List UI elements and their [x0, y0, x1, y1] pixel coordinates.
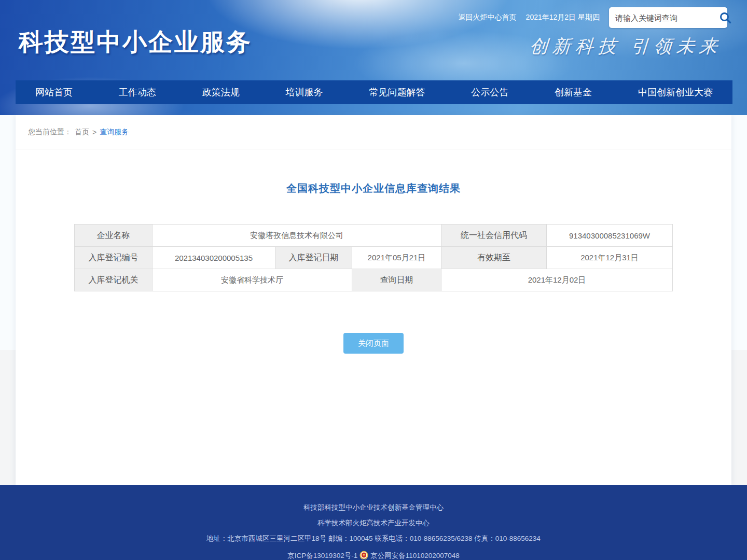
footer-registration-links: 京ICP备13019302号-1 京公网安备11010202007048: [287, 551, 460, 560]
close-button-container: 关闭页面: [16, 333, 731, 354]
torch-center-home-link[interactable]: 返回火炬中心首页: [459, 13, 517, 22]
company-name-value: 安徽塔孜信息技术有限公司: [152, 225, 441, 247]
main-nav: 网站首页 工作动态 政策法规 培训服务 常见问题解答 公示公告 创新基金 中国创…: [16, 80, 732, 104]
registration-authority-label: 入库登记机关: [74, 269, 152, 291]
search-icon[interactable]: [718, 11, 732, 24]
nav-item-policies[interactable]: 政策法规: [202, 86, 240, 99]
search-input[interactable]: [615, 13, 718, 22]
company-name-label: 企业名称: [74, 225, 152, 247]
footer-fund-center: 科技部科技型中小企业技术创新基金管理中心: [303, 504, 444, 511]
table-row-company: 企业名称 安徽塔孜信息技术有限公司 统一社会信用代码 9134030008523…: [74, 225, 672, 247]
query-date-value: 2021年12月02日: [441, 269, 673, 291]
valid-until-label: 有效期至: [441, 247, 547, 269]
footer: 科技部科技型中小企业技术创新基金管理中心 科学技术部火炬高技术产业开发中心 地址…: [0, 485, 747, 560]
registration-authority-value: 安徽省科学技术厅: [152, 269, 352, 291]
table-row-registration: 入库登记编号 202134030200005135 入库登记日期 2021年05…: [74, 247, 672, 269]
breadcrumb-current-link[interactable]: 查询服务: [100, 128, 129, 137]
topbar: 返回火炬中心首页 2021年12月2日 星期四: [459, 7, 727, 28]
nav-item-home[interactable]: 网站首页: [35, 86, 73, 99]
credit-code-label: 统一社会信用代码: [441, 225, 547, 247]
content-panel: 您当前位置： 首页 > 查询服务 全国科技型中小企业信息库查询结果 企业名称 安…: [16, 115, 731, 485]
registration-number-value: 202134030200005135: [152, 247, 275, 269]
nav-item-work-news[interactable]: 工作动态: [119, 86, 156, 99]
breadcrumb-home-link[interactable]: 首页: [75, 128, 89, 137]
site-logo: 科技型中小企业服务: [19, 26, 252, 59]
query-date-label: 查询日期: [352, 269, 441, 291]
credit-code-value: 91340300085231069W: [547, 225, 673, 247]
nav-item-innovation-contest[interactable]: 中国创新创业大赛: [638, 86, 713, 99]
breadcrumb-prefix: 您当前位置：: [28, 128, 72, 137]
table-row-authority: 入库登记机关 安徽省科学技术厅 查询日期 2021年12月02日: [74, 269, 672, 291]
page-title: 全国科技型中小企业信息库查询结果: [16, 181, 731, 195]
breadcrumb-separator: >: [92, 128, 96, 136]
police-badge-icon: [359, 551, 368, 560]
footer-address: 地址：北京市西城区三里河二区甲18号 邮编：100045 联系电话：010-88…: [206, 535, 541, 542]
current-date-text: 2021年12月2日 星期四: [526, 13, 600, 22]
nav-item-training[interactable]: 培训服务: [286, 86, 323, 99]
footer-torch-center: 科学技术部火炬高技术产业开发中心: [317, 520, 430, 527]
close-page-button[interactable]: 关闭页面: [343, 333, 404, 354]
icp-license-link[interactable]: 京ICP备13019302号-1: [287, 551, 357, 560]
nav-item-faq[interactable]: 常见问题解答: [369, 86, 425, 99]
site-slogan: 创新科技 引领未来: [529, 34, 723, 59]
nav-item-announcements[interactable]: 公示公告: [471, 86, 508, 99]
registration-date-value: 2021年05月21日: [352, 247, 441, 269]
search-box: [609, 7, 727, 28]
valid-until-value: 2021年12月31日: [547, 247, 673, 269]
nav-item-innovation-fund[interactable]: 创新基金: [555, 86, 592, 99]
breadcrumb: 您当前位置： 首页 > 查询服务: [16, 115, 731, 149]
registration-date-label: 入库登记日期: [275, 247, 352, 269]
registration-number-label: 入库登记编号: [74, 247, 152, 269]
result-table: 企业名称 安徽塔孜信息技术有限公司 统一社会信用代码 9134030008523…: [74, 224, 673, 291]
page: 科技型中小企业服务 创新科技 引领未来 返回火炬中心首页 2021年12月2日 …: [0, 0, 747, 560]
public-security-filing-link[interactable]: 京公网安备11010202007048: [370, 551, 460, 560]
